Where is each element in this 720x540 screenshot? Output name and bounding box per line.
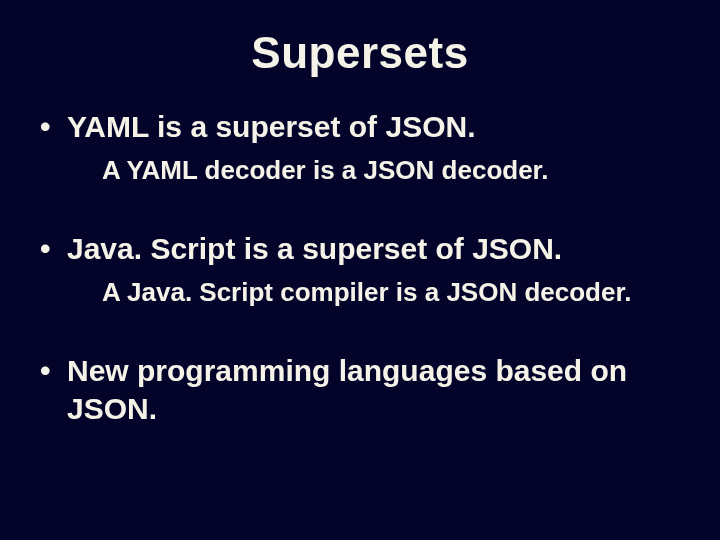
bullet-subtext: A Java. Script compiler is a JSON decode… [102,276,662,309]
bullet-text: New programming languages based on JSON. [67,352,680,427]
bullet-item: • Java. Script is a superset of JSON. A … [40,230,680,308]
bullet-line: • Java. Script is a superset of JSON. [40,230,680,268]
bullet-line: • YAML is a superset of JSON. [40,108,680,146]
bullet-subtext: A YAML decoder is a JSON decoder. [102,154,662,187]
bullet-text: Java. Script is a superset of JSON. [67,230,680,268]
slide: Supersets • YAML is a superset of JSON. … [0,0,720,540]
bullet-line: • New programming languages based on JSO… [40,352,680,427]
bullet-icon: • [40,108,67,146]
slide-title: Supersets [40,28,680,78]
bullet-item: • YAML is a superset of JSON. A YAML dec… [40,108,680,186]
bullet-text: YAML is a superset of JSON. [67,108,680,146]
bullet-icon: • [40,230,67,268]
bullet-icon: • [40,352,67,390]
bullet-item: • New programming languages based on JSO… [40,352,680,427]
